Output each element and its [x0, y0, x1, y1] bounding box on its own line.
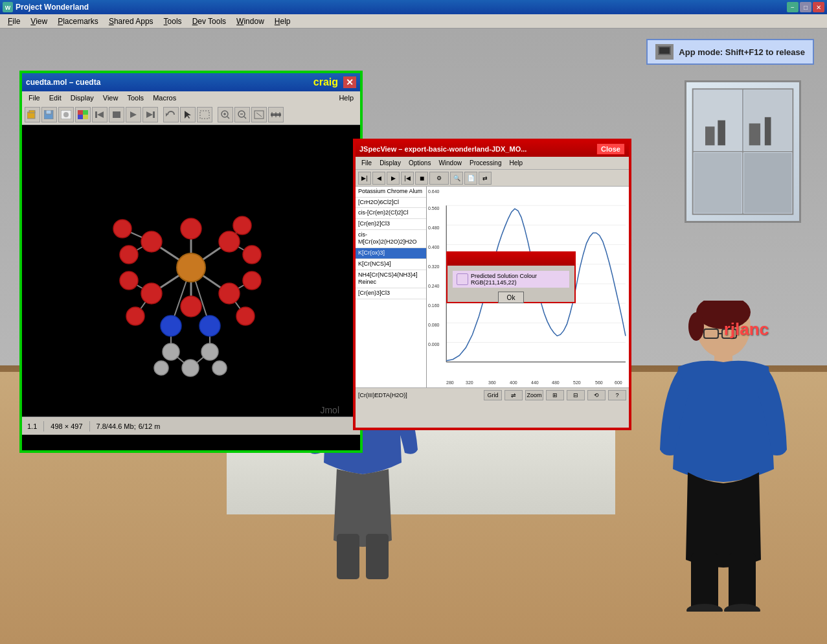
jspec-btn3[interactable]: ▶: [387, 172, 400, 185]
jspec-window[interactable]: JSpecView – export-basic-wonderland-JDX_…: [353, 139, 631, 430]
svg-point-109: [688, 312, 704, 341]
jmol-menu-view[interactable]: View: [99, 93, 122, 102]
jspec-item-9[interactable]: [Cr(en)3]Cl3: [356, 288, 426, 299]
jspec-menu: File Display Options Window Processing H…: [356, 157, 629, 170]
jspec-dialog-ok-button[interactable]: Ok: [498, 292, 524, 303]
jspec-btn8[interactable]: 📄: [464, 172, 477, 185]
menu-help[interactable]: Help: [269, 16, 296, 27]
jmol-menu-display[interactable]: Display: [67, 93, 98, 102]
jmol-menu-macros[interactable]: Macros: [149, 93, 180, 102]
background-window-inner: [686, 82, 799, 221]
jspec-btn9[interactable]: ⇄: [479, 172, 492, 185]
svg-line-44: [256, 113, 262, 117]
jspec-item-4[interactable]: [Cr(en)2]Cl3: [356, 219, 426, 230]
menu-window[interactable]: Window: [231, 16, 269, 27]
jmol-btn-stop[interactable]: [109, 107, 124, 122]
jspec-menu-window[interactable]: Window: [435, 159, 465, 167]
jspec-item-5[interactable]: cis-M[Cr(ox)2(H2O)2]H2O: [356, 230, 426, 248]
title-bar-controls: − □ ✕: [787, 2, 824, 12]
jmol-close-button[interactable]: ✕: [343, 76, 356, 88]
menu-placemarks[interactable]: Placemarks: [52, 16, 104, 27]
maximize-button[interactable]: □: [800, 2, 811, 12]
svg-rect-20: [46, 110, 51, 114]
jmol-btn-zoom-fit[interactable]: [251, 107, 267, 122]
minimize-button[interactable]: −: [787, 2, 799, 12]
jmol-btn-picture[interactable]: [58, 107, 74, 122]
jspec-status-btn4[interactable]: ⊞: [546, 390, 564, 400]
svg-rect-25: [78, 115, 83, 119]
svg-marker-34: [185, 111, 191, 119]
menu-bar: File View Placemarks Shared Apps Tools D…: [0, 14, 827, 29]
jmol-btn-open[interactable]: [25, 107, 40, 122]
jmol-btn-rotate[interactable]: [163, 107, 179, 122]
jspec-status-btn1[interactable]: Grid: [484, 390, 502, 400]
monitor-icon: [655, 44, 674, 60]
jspec-status-btn6[interactable]: ⟲: [587, 390, 606, 400]
jspec-btn6[interactable]: ⚙: [429, 172, 449, 185]
jmol-btn-save[interactable]: [41, 107, 57, 122]
close-button[interactable]: ✕: [813, 2, 824, 12]
jspec-close-button[interactable]: Close: [596, 143, 625, 155]
jmol-menu-edit[interactable]: Edit: [45, 93, 65, 102]
jspec-btn7[interactable]: 🔍: [450, 172, 463, 185]
svg-point-83: [236, 307, 255, 325]
jspec-color-dialog[interactable]: Predicted Solution Colour RGB(211,145,22…: [446, 251, 576, 303]
svg-point-88: [182, 360, 199, 376]
jspec-item-3[interactable]: cis-[Cr(en)2(Cl)2]Cl: [356, 208, 426, 219]
svg-point-89: [154, 361, 168, 375]
jmol-menu: File Edit Display View Tools Macros Help: [22, 91, 360, 104]
menu-shared-apps[interactable]: Shared Apps: [104, 16, 159, 27]
jspec-title: JSpecView – export-basic-wonderland-JDX_…: [359, 145, 527, 153]
jspec-menu-display[interactable]: Display: [376, 159, 404, 167]
jspec-item-2[interactable]: [CrH2O)6Cl2]Cl: [356, 198, 426, 209]
jmol-btn-color[interactable]: [75, 107, 91, 122]
jspec-menu-options[interactable]: Options: [405, 159, 434, 167]
jspec-btn4[interactable]: |◀: [401, 172, 414, 185]
jmol-btn-prev[interactable]: [92, 107, 108, 122]
jspec-btn2[interactable]: ◀: [372, 172, 385, 185]
jspec-menu-file[interactable]: File: [358, 159, 375, 167]
jmol-btn-cursor[interactable]: [180, 107, 196, 122]
jspec-menu-help[interactable]: Help: [506, 159, 526, 167]
jspec-item-7[interactable]: K[Cr(NCS)4]: [356, 259, 426, 270]
svg-rect-8: [744, 153, 791, 213]
menu-file[interactable]: File: [3, 16, 25, 27]
jspec-item-6[interactable]: K[Cr(ox)3]: [356, 248, 426, 259]
jmol-btn-measure[interactable]: [268, 107, 284, 122]
jspec-status-btn3[interactable]: Zoom: [525, 390, 543, 400]
jmol-menu-tools[interactable]: Tools: [123, 93, 148, 102]
jmol-btn-select[interactable]: [197, 107, 212, 122]
menu-tools[interactable]: Tools: [159, 16, 187, 27]
jmol-btn-next[interactable]: [142, 107, 158, 122]
svg-point-79: [233, 216, 251, 235]
jspec-dialog-body: Predicted Solution Colour RGB(211,145,22…: [447, 266, 574, 308]
jmol-status-bar: 1.1 498 × 497 7.8/44.6 Mb; 6/12 m: [22, 417, 360, 435]
svg-line-42: [244, 117, 246, 119]
svg-point-71: [219, 231, 240, 252]
svg-marker-31: [146, 111, 153, 118]
jmol-menu-help[interactable]: Help: [335, 93, 357, 102]
jspec-menu-processing[interactable]: Processing: [466, 159, 504, 167]
jmol-btn-play[interactable]: [126, 107, 141, 122]
menu-view[interactable]: View: [25, 16, 52, 27]
jmol-window[interactable]: cuedta.mol – cuedta craig ✕ File Edit Di…: [19, 71, 363, 453]
jspec-btn1[interactable]: ▶|: [358, 172, 371, 185]
svg-rect-35: [200, 111, 209, 119]
jmol-molecule-canvas[interactable]: Jmol: [22, 125, 360, 417]
jspec-btn5[interactable]: ◼: [415, 172, 428, 185]
jspec-item-1[interactable]: Potassium Chrome Alum: [356, 187, 426, 198]
jspec-status-btn2[interactable]: ⇌: [504, 390, 523, 400]
jspec-chart-area[interactable]: 0.640 0.560 0.480 0.400 0.320 0.240 0.16…: [427, 187, 629, 387]
jspec-toolbar: ▶| ◀ ▶ |◀ ◼ ⚙ 🔍 📄 ⇄: [356, 170, 629, 187]
jmol-menu-file[interactable]: File: [25, 93, 44, 102]
jspec-item-8[interactable]: NH4[Cr(NCS)4(NH3)4] Reinec: [356, 270, 426, 288]
svg-rect-115: [729, 553, 756, 612]
jmol-btn-zoom-out[interactable]: [234, 107, 250, 122]
jmol-btn-zoom-in[interactable]: [218, 107, 233, 122]
svg-text:Jmol: Jmol: [320, 405, 339, 415]
svg-rect-12: [765, 117, 771, 146]
jspec-status-btn5[interactable]: ⊟: [567, 390, 585, 400]
jspec-status-btn7[interactable]: ?: [608, 390, 626, 400]
menu-dev-tools[interactable]: Dev Tools: [187, 16, 231, 27]
svg-rect-32: [153, 111, 155, 118]
